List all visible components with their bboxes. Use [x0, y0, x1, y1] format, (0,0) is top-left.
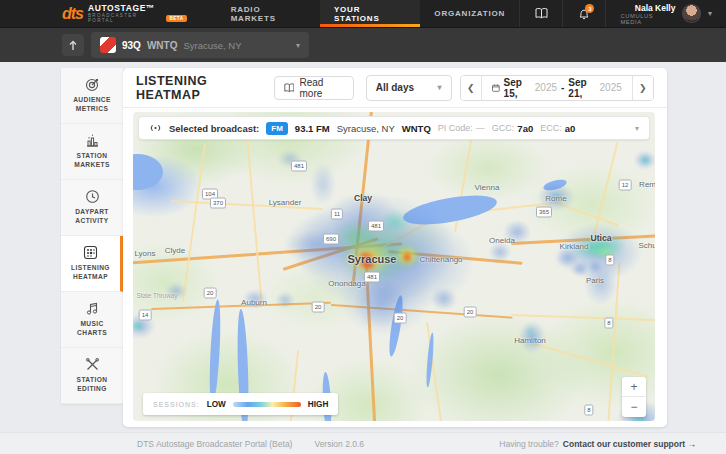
route-shield: 370: [210, 198, 226, 209]
heatmap-map[interactable]: 48110437011481690481365122014202020888 L…: [133, 112, 655, 421]
heat-blob: [431, 288, 457, 310]
zoom-in-button[interactable]: +: [622, 377, 646, 397]
gcc-value: 7a0: [517, 123, 533, 134]
prev-week-button[interactable]: ❮: [461, 76, 482, 100]
frequency: 93.1 FM: [295, 123, 330, 134]
notification-count-badge: 3: [585, 4, 594, 13]
page-title: LISTENING HEATMAP: [136, 74, 262, 102]
city-label: Lysander: [269, 198, 302, 207]
city-label: Auburn: [241, 298, 267, 307]
footer: DTS Autostage Broadcaster Portal (Beta) …: [0, 432, 726, 454]
panel-header: LISTENING HEATMAP Read more All days ▾ ❮…: [123, 68, 667, 108]
clock-icon: [85, 189, 100, 204]
station-call-sign: WNTQ: [147, 40, 178, 51]
route-shield: 14: [139, 310, 152, 321]
city-label: Onondaga: [328, 279, 365, 288]
pi-code-value: —: [476, 123, 485, 133]
sidebar-item-station-editing[interactable]: STATIONEDITING: [61, 348, 123, 404]
sessions-legend: SESSIONS: LOW HIGH: [143, 393, 338, 415]
road-line: [531, 342, 649, 378]
sidebar-item-audience-metrics[interactable]: AUDIENCEMETRICS: [61, 68, 123, 124]
city-label: Rome: [545, 194, 566, 203]
city-label: Utica: [590, 233, 611, 243]
sidebar-item-music-charts[interactable]: MUSICCHARTS: [61, 292, 123, 348]
heat-blob: [276, 292, 295, 308]
next-week-button[interactable]: ❯: [632, 76, 653, 100]
logo-subtitle: BROADCASTER PORTAL: [88, 13, 163, 23]
sidebar-item-station-markets[interactable]: STATIONMARKETS: [61, 124, 123, 180]
legend-high-label: HIGH: [308, 400, 328, 409]
route-shield: 8: [584, 405, 593, 416]
station-location: Syracuse, NY: [183, 40, 241, 51]
route-shield: 20: [312, 302, 325, 313]
read-more-button[interactable]: Read more: [274, 76, 354, 100]
city-label: Clay: [354, 193, 372, 203]
heat-blob: [401, 250, 413, 264]
notifications-button[interactable]: 3: [562, 0, 605, 27]
beta-badge: BETA: [166, 15, 186, 22]
city-label: State Thruway: [136, 292, 177, 299]
city-label: Paris: [586, 276, 604, 285]
book-icon: [535, 8, 548, 19]
main-panel: LISTENING HEATMAP Read more All days ▾ ❮…: [123, 68, 667, 427]
route-shield: 20: [204, 288, 217, 299]
station-bar: 93Q WNTQ Syracuse, NY ▾: [0, 28, 726, 62]
city-label: Oneida: [489, 236, 515, 245]
docs-button[interactable]: [519, 0, 562, 27]
chevron-down-icon: ▾: [296, 41, 300, 50]
tools-icon: [85, 357, 100, 372]
dts-logo: dts: [62, 6, 83, 22]
main-tabs: RADIO MARKETS YOUR STATIONS ORGANIZATION: [217, 0, 520, 27]
station-selector[interactable]: 93Q WNTQ Syracuse, NY ▾: [91, 32, 309, 58]
back-to-stations-button[interactable]: [62, 34, 84, 56]
book-icon: [284, 83, 295, 93]
station-short-name: 93Q: [122, 40, 141, 51]
heat-blob: [588, 261, 603, 274]
broadcast-label: Selected broadcast:: [169, 123, 259, 134]
route-shield: 690: [323, 234, 339, 245]
bar-chart-icon: [85, 133, 100, 148]
route-shield: 20: [464, 307, 477, 318]
city-label: Lyons: [134, 249, 155, 258]
footer-trouble-text: Having trouble?: [499, 439, 559, 449]
music-note-icon: [85, 301, 100, 316]
logo-title: AUTOSTAGE™: [88, 4, 187, 13]
days-filter-select[interactable]: All days ▾: [366, 75, 452, 101]
footer-product: DTS Autostage Broadcaster Portal (Beta): [137, 439, 292, 449]
sidebar-item-listening-heatmap[interactable]: LISTENINGHEATMAP: [61, 236, 123, 292]
road-line: [511, 314, 655, 321]
heat-blob: [310, 163, 336, 205]
city-label: Vienna: [475, 183, 500, 192]
tab-your-stations[interactable]: YOUR STATIONS: [320, 0, 420, 27]
tab-organization[interactable]: ORGANIZATION: [420, 0, 519, 27]
city-label: Remsen: [639, 180, 655, 189]
legend-low-label: LOW: [207, 400, 226, 409]
brand-logo: dts AUTOSTAGE™ BROADCASTER PORTAL BETA: [0, 0, 187, 27]
route-shield: 481: [364, 272, 380, 283]
app-root: dts AUTOSTAGE™ BROADCASTER PORTAL BETA R…: [0, 0, 726, 454]
route-shield: 481: [368, 221, 384, 232]
map-zoom-controls: + −: [622, 377, 646, 417]
lake-shape: [208, 299, 222, 404]
chevron-down-icon: ▾: [438, 83, 442, 92]
route-shield: 481: [291, 161, 307, 172]
tab-radio-markets[interactable]: RADIO MARKETS: [217, 0, 320, 27]
sidebar-item-daypart-activity[interactable]: DAYPARTACTIVITY: [61, 180, 123, 236]
user-menu[interactable]: Nala Kelly CUMULUS MEDIA ▾: [605, 0, 726, 27]
route-shield: 12: [619, 180, 632, 191]
broadcast-selector[interactable]: Selected broadcast: FM 93.1 FM Syracuse,…: [138, 116, 650, 140]
date-range-display[interactable]: Sep 15, 2025 - Sep 21, 2025: [482, 76, 632, 100]
city-label: Clyde: [165, 246, 185, 255]
up-arrow-icon: [68, 40, 78, 51]
city-label: Schuyler: [638, 241, 655, 250]
heat-blob: [489, 242, 511, 262]
footer-version: Version 2.0.6: [314, 439, 364, 449]
zoom-out-button[interactable]: −: [622, 397, 646, 417]
broadcast-call-sign: WNTQ: [402, 123, 431, 134]
heat-blob: [571, 262, 589, 277]
chevron-down-icon: ▾: [635, 124, 639, 133]
customer-support-link[interactable]: Contact our customer support →: [563, 439, 696, 449]
date-range-picker: ❮ Sep 15, 2025 - Sep 21, 2025 ❯: [460, 75, 654, 101]
city-label: Chittenango: [419, 255, 462, 264]
user-name: Nala Kelly: [635, 3, 676, 13]
